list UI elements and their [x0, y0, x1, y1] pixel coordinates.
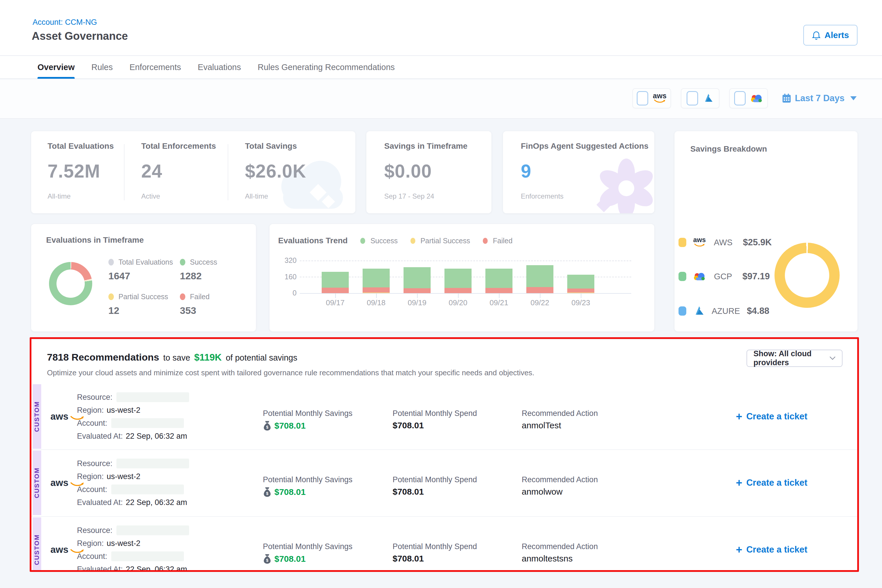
- x-axis-label: 09/21: [482, 298, 516, 307]
- finops-agent-value: 9: [521, 160, 648, 182]
- potential-monthly-spend-label: Potential Monthly Spend: [393, 475, 477, 484]
- partial-success-count: 12: [108, 305, 168, 316]
- x-axis-label: 09/17: [318, 298, 352, 307]
- bell-icon: [812, 30, 821, 40]
- trend-legend-success: Success: [360, 237, 398, 245]
- savings-in-timeframe-sub: Sep 17 - Sep 24: [384, 192, 468, 200]
- tab-enforcements[interactable]: Enforcements: [129, 56, 181, 79]
- savings-breakdown-card: Savings Breakdown aws AWS $25.9K GCP $97…: [675, 131, 858, 332]
- finops-agent-card: FinOps Agent Suggested Actions 9 Enforce…: [503, 131, 654, 213]
- failed-dot-icon: [180, 293, 185, 300]
- account-label: Account:: [77, 485, 107, 494]
- tab-rules-generating-recommendations[interactable]: Rules Generating Recommendations: [258, 56, 395, 79]
- page-header: Account: CCM-NG Asset Governance Alerts: [0, 0, 882, 56]
- tab-rules[interactable]: Rules: [92, 56, 113, 79]
- recommendations-title-tail: of potential savings: [226, 353, 297, 363]
- recommended-action-label: Recommended Action: [522, 409, 598, 418]
- legend-partial-success: Partial Success 12: [108, 292, 168, 316]
- potential-monthly-savings-label: Potential Monthly Savings: [263, 409, 352, 418]
- create-ticket-button[interactable]: +Create a ticket: [736, 544, 807, 555]
- date-range-dropdown[interactable]: Last 7 Days: [782, 93, 856, 104]
- tab-overview[interactable]: Overview: [38, 56, 75, 79]
- partial-success-dot-icon: [108, 293, 114, 300]
- savings-in-timeframe-card: Savings in Timeframe $0.00 Sep 17 - Sep …: [366, 131, 492, 213]
- x-axis-label: 09/19: [400, 298, 434, 307]
- region-label: Region:: [77, 472, 104, 481]
- finops-agent-sub: Enforcements: [521, 192, 648, 200]
- azure-filter[interactable]: [681, 88, 719, 108]
- azure-logo-icon: [703, 93, 714, 103]
- create-ticket-button[interactable]: +Create a ticket: [736, 411, 807, 422]
- calendar-icon: [782, 93, 792, 104]
- redacted-account-value: [111, 484, 184, 494]
- total-savings-sub: All-time: [245, 192, 306, 200]
- total-enforcements-value: 24: [141, 160, 216, 182]
- evaluations-in-timeframe-title: Evaluations in Timeframe: [46, 236, 144, 245]
- savings-breakdown-donut-chart: [774, 243, 840, 308]
- region-value: us-west-2: [106, 539, 140, 548]
- legend-total-evaluations: Total Evaluations 1647: [108, 258, 173, 282]
- gcp-checkbox[interactable]: [734, 91, 746, 105]
- aws-checkbox[interactable]: [637, 91, 648, 105]
- potential-monthly-savings-value: $ $708.01: [263, 554, 306, 564]
- evaluations-trend-card: Evaluations Trend Success Partial Succes…: [270, 224, 654, 332]
- region-label: Region:: [77, 539, 104, 548]
- region-label: Region:: [77, 406, 104, 415]
- custom-tag: CUSTOM: [33, 518, 41, 572]
- evaluated-at-label: Evaluated At:: [77, 565, 123, 572]
- total-savings-value: $26.0K: [245, 160, 306, 182]
- recommendations-title-mid: to save: [163, 353, 190, 363]
- potential-monthly-savings-label: Potential Monthly Savings: [263, 542, 352, 551]
- evaluations-trend-title: Evaluations Trend: [278, 236, 348, 245]
- recommendations-description: Optimize your cloud assets and minimize …: [47, 368, 534, 377]
- potential-monthly-savings-value: $ $708.01: [263, 420, 306, 431]
- date-range-label: Last 7 Days: [795, 93, 844, 104]
- recommended-action-label: Recommended Action: [522, 475, 598, 484]
- trend-legend-failed: Failed: [483, 237, 513, 245]
- x-axis-label: 09/18: [359, 298, 393, 307]
- aws-legend-label: AWS: [714, 238, 732, 247]
- resource-label: Resource:: [77, 459, 112, 468]
- money-bag-icon: $: [263, 554, 272, 564]
- azure-legend-label: AZURE: [712, 306, 740, 316]
- cloud-provider-filter-dropdown[interactable]: Show: All cloud providers: [747, 350, 843, 367]
- recommendations-count-title: 7818 Recommendations: [47, 352, 159, 363]
- redacted-resource-value: [117, 392, 189, 402]
- total-evaluations-value: 7.52M: [48, 160, 114, 182]
- aws-logo-icon: aws: [693, 237, 706, 248]
- account-breadcrumb[interactable]: Account: CCM-NG: [33, 18, 97, 27]
- gcp-filter[interactable]: [729, 88, 768, 108]
- caret-down-icon: [850, 96, 856, 100]
- svg-text:$: $: [266, 425, 268, 429]
- evaluated-at-label: Evaluated At:: [77, 432, 123, 441]
- account-label: Account:: [77, 419, 107, 428]
- gcp-legend-amount: $97.19: [742, 271, 770, 282]
- tab-bar: Overview Rules Enforcements Evaluations …: [0, 56, 882, 79]
- alerts-button[interactable]: Alerts: [803, 25, 858, 45]
- svg-text:$: $: [266, 492, 268, 496]
- create-ticket-button[interactable]: +Create a ticket: [736, 478, 807, 488]
- legend-item-aws: aws AWS $25.9K: [678, 237, 772, 248]
- evaluated-at-label: Evaluated At:: [77, 498, 123, 507]
- region-value: us-west-2: [106, 472, 140, 481]
- redacted-account-value: [111, 551, 184, 561]
- evaluations-in-timeframe-card: Evaluations in Timeframe Total Evaluatio…: [31, 224, 256, 332]
- azure-checkbox[interactable]: [687, 91, 698, 105]
- x-axis-label: 09/22: [523, 298, 557, 307]
- failed-count: 353: [180, 305, 210, 316]
- total-evaluations-title: Total Evaluations: [48, 141, 114, 151]
- tab-evaluations[interactable]: Evaluations: [198, 56, 241, 79]
- gcp-legend-label: GCP: [714, 272, 732, 281]
- aws-filter[interactable]: aws: [632, 88, 671, 108]
- trend-legend-partial-success: Partial Success: [411, 237, 470, 245]
- recommendations-panel: 7818 Recommendations to save $119K of po…: [31, 339, 858, 572]
- potential-monthly-savings-value: $ $708.01: [263, 487, 306, 497]
- recommended-action-value: anmolTest: [522, 420, 561, 430]
- x-axis-tick: [581, 293, 581, 298]
- custom-tag: CUSTOM: [33, 450, 41, 515]
- evaluated-at-value: 22 Sep, 06:32 am: [126, 565, 187, 572]
- y-axis-tick-320: 320: [278, 256, 297, 265]
- x-axis-tick: [417, 293, 418, 298]
- savings-in-timeframe-value: $0.00: [384, 160, 468, 182]
- trend-bar-chart: [300, 261, 631, 294]
